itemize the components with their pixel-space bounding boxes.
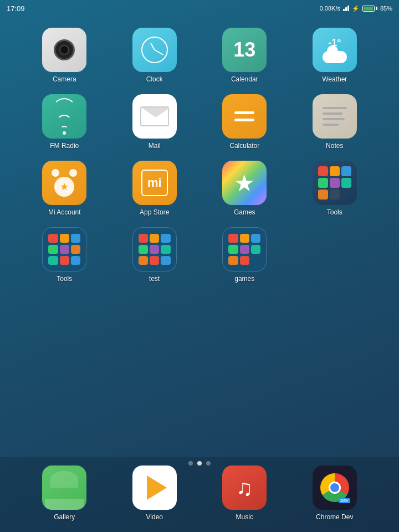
calendar-label: Calendar [231, 75, 258, 83]
clock-label: Clock [146, 75, 163, 83]
games-folder-label: games [234, 275, 254, 283]
calendar-number: 13 [233, 40, 255, 60]
gallery-icon [42, 466, 86, 510]
weather-cloud [323, 51, 347, 63]
wifi-icon [343, 6, 349, 11]
app-notes[interactable]: Notes [293, 94, 377, 150]
games-label: Games [234, 208, 255, 216]
app-store-label: App Store [140, 208, 169, 216]
app-store-icon: mi [132, 161, 177, 205]
games-folder-icon [222, 227, 267, 272]
games-icon: ★ [222, 161, 267, 205]
camera-lens [54, 39, 75, 60]
test-folder-label: test [149, 275, 160, 283]
calendar-icon: 13 [222, 28, 267, 72]
mi-account-label: Mi Account [48, 208, 81, 216]
status-right: 0.08K/s ⚡ 85% [320, 5, 392, 12]
gallery-label: Gallery [54, 513, 75, 521]
app-calendar[interactable]: 13 Calendar [202, 28, 287, 83]
charge-icon: ⚡ [352, 5, 360, 12]
app-app-store[interactable]: mi App Store [112, 161, 197, 216]
tools-label: Tools [327, 208, 342, 216]
weather-label: Weather [322, 75, 347, 83]
chrome-dev-badge: DEV [339, 498, 350, 503]
notes-label: Notes [326, 142, 343, 150]
app-calculator[interactable]: Calculator [202, 94, 287, 150]
dock-chrome-dev[interactable]: DEV Chrome Dev [293, 466, 377, 521]
music-icon: ♫ [222, 466, 267, 510]
dock-video[interactable]: Video [112, 466, 197, 521]
music-note-icon: ♫ [236, 475, 253, 500]
notes-icon [313, 94, 357, 139]
network-speed: 0.08K/s [320, 5, 340, 12]
app-camera[interactable]: Camera [22, 28, 107, 83]
mail-label: Mail [149, 142, 161, 150]
app-fm-radio[interactable]: FM Radio [22, 94, 107, 150]
test-folder-icon [132, 227, 177, 272]
video-label: Video [146, 513, 163, 521]
fm-radio-icon [42, 94, 86, 139]
battery-icon [362, 6, 377, 12]
app-tools[interactable]: Tools [293, 161, 377, 216]
dock: Gallery Video ♫ Music DEV Chrome Dev [0, 457, 399, 532]
music-label: Music [236, 513, 253, 521]
tools-folder-label: Tools [57, 275, 72, 283]
app-grid: Camera Clock 13 Calendar -1° Weather [0, 17, 399, 294]
folder-tools[interactable]: Tools [22, 227, 107, 283]
tools-icon [313, 161, 357, 205]
app-weather[interactable]: -1° Weather [293, 28, 377, 83]
folder-test[interactable]: test [112, 227, 197, 283]
chrome-dev-icon: DEV [313, 466, 357, 510]
dock-music[interactable]: ♫ Music [202, 466, 287, 521]
fm-radio-label: FM Radio [50, 142, 79, 150]
app-mail[interactable]: Mail [112, 94, 197, 150]
play-icon [147, 475, 167, 500]
weather-icon: -1° [313, 28, 357, 72]
camera-icon [42, 28, 86, 72]
camera-label: Camera [53, 75, 76, 83]
app-games[interactable]: ★ Games [202, 161, 287, 216]
battery-percent: 85% [380, 5, 392, 12]
mail-icon [132, 94, 177, 139]
calculator-icon [222, 94, 267, 139]
clock-icon [132, 28, 177, 72]
status-time: 17:09 [7, 4, 25, 13]
app-clock[interactable]: Clock [112, 28, 197, 83]
app-mi-account[interactable]: ★ Mi Account [22, 161, 107, 216]
calculator-label: Calculator [229, 142, 259, 150]
status-bar: 17:09 0.08K/s ⚡ 85% [0, 0, 399, 17]
tools-folder-icon [42, 227, 86, 272]
video-icon [132, 466, 177, 510]
mi-account-icon: ★ [42, 161, 86, 205]
dock-gallery[interactable]: Gallery [22, 466, 107, 521]
chrome-dev-label: Chrome Dev [316, 513, 353, 521]
folder-games[interactable]: games [202, 227, 287, 283]
